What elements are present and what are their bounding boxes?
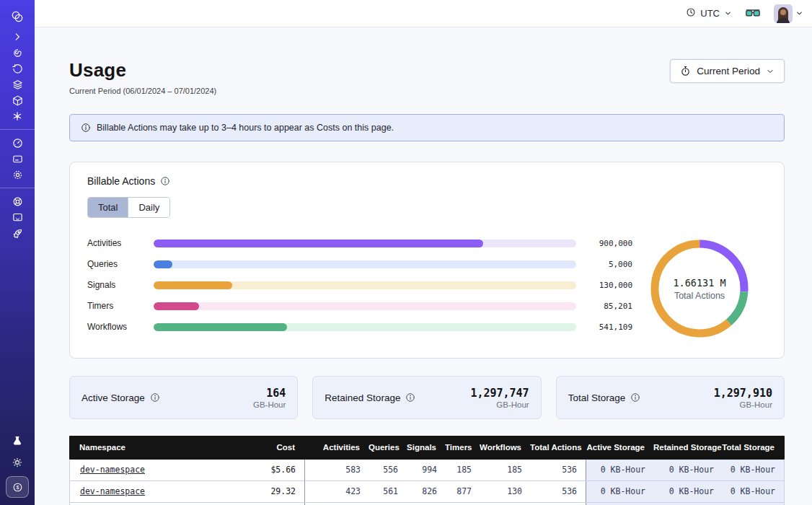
bar-track: [154, 281, 576, 289]
pricing-icon[interactable]: $: [6, 476, 29, 498]
bar-value: 5,000: [586, 260, 632, 269]
cell-queries: 561: [369, 481, 407, 502]
column-header-total_actions: Total Actions: [530, 436, 585, 460]
cell-total_actions: 536: [531, 481, 586, 502]
namespaces-icon[interactable]: [6, 45, 29, 61]
billable-actions-card: Billable Actions Total Daily Activities9…: [69, 162, 785, 359]
timezone-selector[interactable]: UTC: [686, 7, 732, 19]
actions-icon[interactable]: [6, 108, 29, 124]
retained-storage-label: Retained Storage: [325, 392, 400, 403]
active-storage-value: 164: [253, 387, 286, 400]
sidebar: $: [0, 0, 35, 505]
bar-value: 900,000: [586, 239, 632, 248]
column-header-active_storage: Active Storage: [585, 436, 653, 460]
column-header-queries: Queries: [369, 436, 406, 460]
column-header-timers: Timers: [445, 436, 480, 460]
billable-view-tabs: Total Daily: [87, 197, 170, 218]
support-icon[interactable]: [6, 193, 29, 209]
bar-track: [154, 260, 576, 268]
table-row: dev-namespace$5.665835569941851855360 KB…: [69, 460, 785, 481]
avatar: [774, 4, 793, 23]
sidebar-divider: [0, 188, 35, 188]
nexus-icon[interactable]: [6, 92, 29, 108]
svg-text:$: $: [16, 485, 19, 491]
billable-bar-row: Activities900,000: [87, 238, 632, 248]
donut-total-value: 1.66131 M: [673, 277, 725, 289]
period-selector-label: Current Period: [697, 66, 760, 76]
stopwatch-icon: [680, 66, 691, 76]
page-title: Usage: [69, 59, 216, 82]
user-menu[interactable]: [774, 4, 803, 23]
cell-active_storage: 0 KB-Hour: [586, 481, 654, 502]
bar-category-label: Timers: [87, 301, 144, 311]
info-icon[interactable]: [160, 176, 170, 186]
bar-category-label: Signals: [87, 280, 144, 290]
bar-fill: [154, 302, 199, 310]
chevron-down-icon: [724, 9, 732, 17]
tab-daily[interactable]: Daily: [128, 198, 169, 217]
total-storage-label: Total Storage: [568, 392, 626, 403]
bar-category-label: Queries: [87, 259, 144, 269]
chevron-down-icon: [766, 67, 775, 76]
column-header-activities: Activities: [304, 436, 369, 460]
cell-activities: 583: [304, 460, 369, 480]
period-selector-button[interactable]: Current Period: [670, 59, 785, 83]
cell-active_storage: 0 KB-Hour: [586, 460, 654, 480]
bar-track: [154, 240, 576, 247]
namespace-link[interactable]: dev-namespace: [80, 486, 145, 496]
bar-fill: [154, 281, 232, 289]
bar-category-label: Workflows: [87, 322, 144, 332]
bar-value: 541,109: [586, 322, 632, 332]
info-icon[interactable]: [405, 392, 415, 403]
total-storage-unit: GB-Hour: [714, 400, 772, 409]
bar-category-label: Activities: [87, 238, 144, 248]
table-row: dev-namespace29.324235618268771305360 KB…: [69, 481, 785, 503]
retained-storage-unit: GB-Hour: [470, 400, 529, 409]
namespace-link[interactable]: dev-namespace: [80, 465, 145, 475]
billing-icon[interactable]: [6, 151, 29, 167]
bar-fill: [154, 323, 287, 331]
glasses-icon: [745, 8, 761, 19]
cell-workflows: 185: [480, 460, 531, 480]
column-header-namespace: Namespace: [69, 436, 235, 460]
deployments-icon[interactable]: [6, 76, 29, 92]
total-actions-donut-chart: 1.66131 M Total Actions: [646, 235, 753, 342]
info-icon[interactable]: [630, 392, 640, 403]
cell-cost: $5.66: [236, 460, 304, 480]
info-banner-text: Billable Actions may take up to 3–4 hour…: [97, 123, 394, 133]
cell-retained_storage: 0 KB-Hour: [654, 460, 723, 480]
cell-namespace: dev-namespace: [70, 481, 236, 502]
donut-total-label: Total Actions: [674, 291, 725, 301]
billable-bar-chart: Activities900,000Queries5,000Signals130,…: [87, 235, 632, 342]
labs-icon[interactable]: [6, 433, 29, 449]
active-storage-label: Active Storage: [81, 392, 145, 403]
labs-glasses-button[interactable]: [745, 8, 761, 19]
collapse-sidebar-icon[interactable]: [6, 29, 29, 45]
active-storage-card: Active Storage 164 GB-Hour: [69, 376, 298, 419]
history-icon[interactable]: [6, 61, 29, 76]
page-subtitle: Current Period (06/01/2024 – 07/01/2024): [69, 87, 216, 95]
cell-retained_storage: 0 KB-Hour: [654, 481, 723, 502]
billable-bar-row: Workflows541,109: [87, 322, 632, 332]
feedback-icon[interactable]: [6, 209, 29, 225]
usage-icon[interactable]: [6, 135, 29, 151]
tab-total[interactable]: Total: [88, 198, 128, 217]
billable-bar-row: Signals130,000: [87, 280, 632, 290]
cell-total_storage: 0 KB-Hour: [723, 460, 784, 480]
billable-bar-row: Queries5,000: [87, 259, 632, 269]
cell-cost: 29.32: [236, 481, 304, 502]
settings-icon[interactable]: [6, 167, 29, 183]
cell-timers: 877: [446, 481, 480, 502]
column-header-workflows: Workflows: [480, 436, 530, 460]
info-icon[interactable]: [150, 392, 160, 403]
bar-track: [154, 302, 576, 310]
cell-namespace: dev-namespace: [70, 460, 236, 480]
namespace-usage-table: NamespaceCostActivitiesQueriesSignalsTim…: [69, 436, 785, 505]
usage-page: Usage Current Period (06/01/2024 – 07/01…: [35, 27, 812, 505]
cell-workflows: 130: [480, 481, 531, 502]
bar-value: 85,201: [586, 302, 632, 311]
temporal-logo-icon[interactable]: [6, 6, 29, 27]
getting-started-icon[interactable]: [6, 225, 29, 241]
theme-toggle-icon[interactable]: [6, 454, 29, 470]
column-header-cost: Cost: [235, 436, 304, 460]
